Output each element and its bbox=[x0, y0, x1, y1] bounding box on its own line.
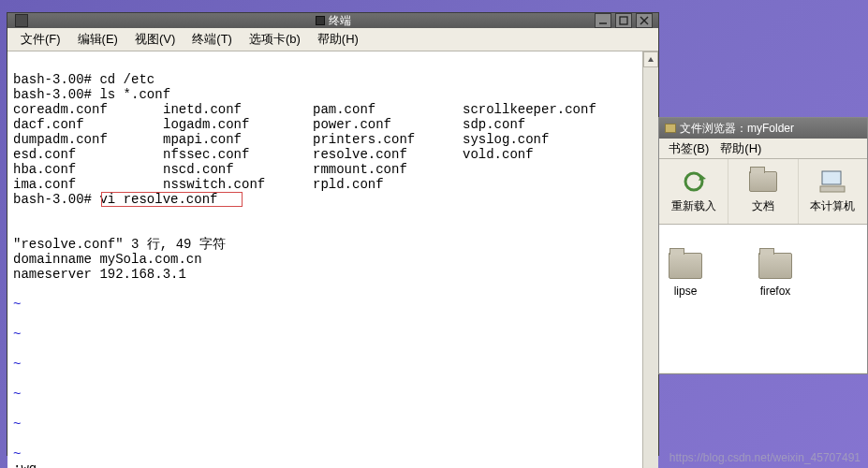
computer-icon bbox=[818, 168, 846, 195]
menu-edit[interactable]: 编辑(E) bbox=[70, 28, 125, 51]
window-menu-icon[interactable] bbox=[15, 14, 28, 27]
terminal-window: 终端 文件(F) 编辑(E) 视图(V) 终端(T) 选项卡(b) 帮助(H) … bbox=[7, 12, 659, 456]
folder-icon bbox=[669, 253, 702, 279]
svg-rect-8 bbox=[822, 171, 841, 184]
folder-item-firefox[interactable]: firefox bbox=[758, 253, 792, 344]
window-controls bbox=[595, 13, 658, 28]
ls-col4: scrollkeeper.conf sdp.conf syslog.conf v… bbox=[463, 102, 596, 192]
menu-file[interactable]: 文件(F) bbox=[13, 28, 68, 51]
folder-label-firefox: firefox bbox=[760, 285, 791, 298]
documents-button[interactable]: 文档 bbox=[728, 159, 798, 224]
menu-bookmarks[interactable]: 书签(B) bbox=[663, 139, 714, 159]
computer-label: 本计算机 bbox=[810, 198, 855, 214]
term-line-vi-cmd: vi resolve.conf bbox=[99, 192, 217, 207]
terminal-area: bash-3.00# cd /etc bash-3.00# ls *.conf … bbox=[7, 51, 658, 468]
term-line-vi-prefix: bash-3.00# bbox=[13, 192, 99, 207]
file-browser-titlebar[interactable]: 文件浏览器：myFolder bbox=[659, 118, 867, 139]
window-title: 终端 bbox=[316, 13, 351, 29]
reload-button[interactable]: 重新载入 bbox=[659, 159, 728, 224]
menu-terminal[interactable]: 终端(T) bbox=[184, 28, 240, 51]
reload-icon bbox=[680, 168, 708, 195]
term-line-ls: bash-3.00# ls *.conf bbox=[13, 87, 170, 102]
term-line-cd: bash-3.00# cd /etc bbox=[13, 72, 154, 87]
file-browser-toolbar: 重新载入 文档 本计算机 bbox=[659, 159, 867, 225]
svg-point-6 bbox=[685, 173, 702, 190]
menu-help-fb[interactable]: 帮助(H) bbox=[714, 139, 767, 159]
documents-icon bbox=[749, 168, 777, 195]
terminal-titlebar[interactable]: 终端 bbox=[7, 13, 658, 28]
folder-item-lipse[interactable]: lipse bbox=[669, 253, 702, 344]
folder-icon bbox=[758, 253, 792, 279]
menu-tabs[interactable]: 选项卡(b) bbox=[242, 28, 308, 51]
window-title-text: 终端 bbox=[329, 13, 351, 29]
file-browser-menubar: 书签(B) 帮助(H) bbox=[659, 139, 867, 159]
vi-line-nameserver: nameserver 192.168.3.1 bbox=[13, 267, 186, 282]
reload-label: 重新载入 bbox=[671, 198, 716, 214]
file-browser-window: 文件浏览器：myFolder 书签(B) 帮助(H) 重新载入 文档 本计算机 bbox=[658, 117, 868, 374]
svg-rect-1 bbox=[620, 17, 627, 24]
ls-col3: pam.conf power.conf printers.conf resolv… bbox=[313, 102, 463, 192]
vi-file-summary: "resolve.conf" 3 行, 49 字符 bbox=[13, 237, 226, 252]
vi-line-domainname: domainname mySola.com.cn bbox=[13, 252, 202, 267]
menu-view[interactable]: 视图(V) bbox=[127, 28, 183, 51]
watermark-text: https://blog.csdn.net/weixin_45707491 bbox=[669, 451, 861, 464]
folder-icon bbox=[665, 124, 676, 133]
ls-col1: coreadm.conf dacf.conf dumpadm.conf esd.… bbox=[13, 102, 163, 192]
computer-button[interactable]: 本计算机 bbox=[799, 159, 867, 224]
ls-col2: inetd.conf logadm.conf mpapi.conf nfssec… bbox=[163, 102, 313, 192]
vi-tilde-lines: ~ ~ ~ ~ ~ ~ bbox=[13, 282, 637, 461]
svg-rect-9 bbox=[820, 186, 845, 192]
maximize-button[interactable] bbox=[615, 13, 632, 28]
terminal-content[interactable]: bash-3.00# cd /etc bash-3.00# ls *.conf … bbox=[7, 51, 642, 468]
terminal-icon bbox=[316, 16, 325, 25]
vi-wq: :wq bbox=[13, 461, 37, 468]
menu-help[interactable]: 帮助(H) bbox=[310, 28, 366, 51]
svg-marker-4 bbox=[648, 57, 654, 62]
close-button[interactable] bbox=[636, 13, 653, 28]
scroll-up-button[interactable] bbox=[643, 51, 658, 67]
file-browser-title: 文件浏览器：myFolder bbox=[680, 121, 794, 137]
folder-label-lipse: lipse bbox=[674, 285, 698, 298]
file-browser-content[interactable]: lipse firefox bbox=[659, 225, 867, 373]
scroll-track[interactable] bbox=[643, 67, 658, 468]
vertical-scrollbar[interactable] bbox=[642, 51, 658, 468]
documents-label: 文档 bbox=[752, 198, 774, 214]
ls-output: coreadm.conf dacf.conf dumpadm.conf esd.… bbox=[13, 102, 637, 192]
terminal-menubar: 文件(F) 编辑(E) 视图(V) 终端(T) 选项卡(b) 帮助(H) bbox=[7, 28, 658, 51]
minimize-button[interactable] bbox=[595, 13, 611, 28]
